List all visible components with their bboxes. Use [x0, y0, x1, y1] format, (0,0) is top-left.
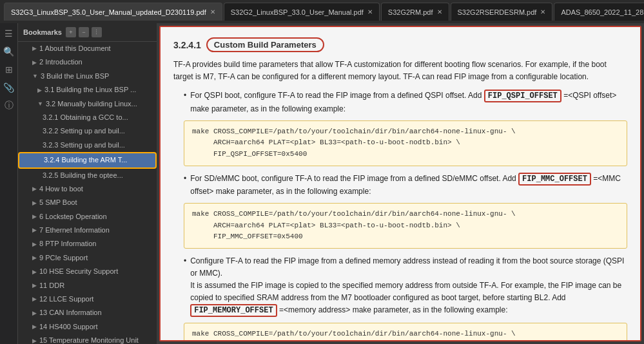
toc-item-6[interactable]: ▶ 6 Lockstep Operation	[18, 210, 157, 224]
code-line-2-2: ARCH=aarch64 PLAT=<plat> BL33=<path-to-u…	[192, 220, 619, 232]
bullet2-text: For SD/eMMC boot, configure TF-A to read…	[190, 173, 627, 198]
toc-item-15[interactable]: ▶ 15 Temperature Monitoring Unit	[18, 334, 157, 344]
toc-list: ▶ 1 About this Document ▶ 2 Introduction…	[18, 42, 157, 344]
code-line-1-3: FIP_QSPI_OFFSET=0x5400	[192, 149, 619, 160]
collapse-icon[interactable]: −	[79, 27, 89, 37]
code-block-3: make CROSS_COMPILE=/path/to/your/toolcha…	[184, 323, 627, 341]
bullet-3: • Configure TF-A to read the FIP image f…	[184, 255, 627, 341]
icon-rail: ☰ 🔍 ⊞ 📎 ⓘ	[0, 23, 18, 344]
toc-item-1[interactable]: ▶ 1 About this Document	[18, 42, 157, 55]
toc-item-8[interactable]: ▶ 8 PTP Information	[18, 237, 157, 251]
close-icon-4[interactable]: ✕	[540, 8, 545, 15]
toc-item-3-2-5[interactable]: 3.2.5 Building the optee...	[18, 169, 157, 182]
intro-paragraph: TF-A provides build time parameters that…	[173, 59, 627, 83]
code-line-2-1: make CROSS_COMPILE=/path/to/your/toolcha…	[192, 209, 619, 220]
sidebar-header: Bookmarks + − ⋮	[18, 23, 157, 42]
toc-item-10[interactable]: ▶ 10 HSE Security Support	[18, 265, 157, 278]
section-number: 3.2.4.1	[173, 40, 201, 50]
bullet-item-3: • Configure TF-A to read the FIP image f…	[184, 255, 627, 318]
attachment-icon[interactable]: 📎	[3, 81, 15, 94]
toc-item-3-2[interactable]: ▼ 3.2 Manually building Linux...	[18, 97, 157, 111]
bullet-1: • For QSPI boot, configure TF-A to read …	[184, 90, 627, 166]
toc-item-3-2-4-active[interactable]: 3.2.4 Building the ARM T...	[18, 152, 157, 168]
tab-2-label: S32G2_LinuxBSP_33.0_User_Manual.pdf	[231, 8, 364, 16]
toc-item-4[interactable]: ▶ 4 How to boot	[18, 182, 157, 196]
tab-label: S32G3_LinuxBSP_35.0_User_Manual_updated_…	[11, 8, 206, 16]
sidebar-toolbar: + − ⋮	[66, 27, 102, 37]
toc-item-11[interactable]: ▶ 11 DDR	[18, 279, 157, 292]
bullet-2: • For SD/eMMC boot, configure TF-A to re…	[184, 173, 627, 249]
code-line-1-1: make CROSS_COMPILE=/path/to/your/toolcha…	[192, 126, 619, 138]
toc-item-5[interactable]: ▶ 5 SMP Boot	[18, 196, 157, 209]
section-heading: 3.2.4.1 Custom Build Parameters	[173, 37, 627, 52]
options-icon[interactable]: ⋮	[92, 27, 102, 37]
close-icon-3[interactable]: ✕	[437, 8, 442, 15]
tab-5-label: ADAS_8650_2022_11_28.pdf	[561, 8, 644, 16]
search-icon[interactable]: 🔍	[3, 45, 15, 58]
bookmarks-icon[interactable]: ☰	[3, 27, 15, 40]
code-block-1: make CROSS_COMPILE=/path/to/your/toolcha…	[184, 120, 627, 166]
bullet-dot-3: •	[184, 255, 186, 318]
tab-5[interactable]: ADAS_8650_2022_11_28.pdf ✕	[554, 3, 644, 21]
intro-text: TF-A provides build time parameters that…	[173, 60, 607, 81]
code-line-3-2: ARCH=aarch64 PLAT=<plat> BL33=<path-to-u…	[192, 339, 619, 341]
bullet-dot-2: •	[184, 173, 186, 198]
tab-active[interactable]: S32G3_LinuxBSP_35.0_User_Manual_updated_…	[4, 3, 222, 21]
bookmarks-label: Bookmarks	[23, 28, 62, 36]
close-icon-2[interactable]: ✕	[367, 8, 373, 15]
toc-item-3-1[interactable]: ▶ 3.1 Building the Linux BSP ...	[18, 83, 157, 97]
tab-3-label: S32G2RM.pdf	[388, 8, 433, 16]
fip-mmc-offset-highlight: FIP_MMC_OFFSET	[518, 173, 591, 186]
section-title: Custom Build Parameters	[206, 37, 324, 52]
code-line-1-2: ARCH=aarch64 PLAT=<plat> BL33=<path-to-u…	[192, 137, 619, 149]
tab-bar: S32G3_LinuxBSP_35.0_User_Manual_updated_…	[0, 0, 644, 23]
bullet-item-1: • For QSPI boot, configure TF-A to read …	[184, 90, 627, 115]
sidebar: Bookmarks + − ⋮ ▶ 1 About this Document …	[18, 23, 157, 344]
toc-item-2[interactable]: ▶ 2 Introduction	[18, 55, 157, 69]
code-line-3-1: make CROSS_COMPILE=/path/to/your/toolcha…	[192, 329, 619, 340]
toc-item-3-2-3[interactable]: 3.2.3 Setting up and buil...	[18, 139, 157, 152]
fip-qspi-offset-highlight: FIP_QSPI_OFFSET	[484, 90, 561, 102]
main-layout: ☰ 🔍 ⊞ 📎 ⓘ Bookmarks + − ⋮ ▶ 1 About this…	[0, 23, 644, 344]
bullet3-text: Configure TF-A to read the FIP image fro…	[190, 255, 627, 318]
bullet-dot-1: •	[184, 90, 186, 115]
tab-4[interactable]: S32G2RSERDESRM.pdf ✕	[451, 3, 553, 21]
toc-item-3-2-2[interactable]: 3.2.2 Setting up and buil...	[18, 124, 157, 138]
bullet1-text: For QSPI boot, configure TF-A to read th…	[190, 90, 627, 115]
bullet-item-2: • For SD/eMMC boot, configure TF-A to re…	[184, 173, 627, 198]
toc-item-7[interactable]: ▶ 7 Ethernet Information	[18, 224, 157, 237]
code-block-2: make CROSS_COMPILE=/path/to/your/toolcha…	[184, 203, 627, 249]
toc-item-14[interactable]: ▶ 14 HS400 Support	[18, 320, 157, 334]
info-icon[interactable]: ⓘ	[3, 99, 15, 112]
toc-item-3-2-1[interactable]: 3.2.1 Obtaining a GCC to...	[18, 111, 157, 124]
tab-3[interactable]: S32G2RM.pdf ✕	[381, 3, 449, 21]
tab-4-label: S32G2RSERDESRM.pdf	[458, 8, 537, 16]
content-area: 3.2.4.1 Custom Build Parameters TF-A pro…	[159, 26, 641, 341]
fip-memory-offset-highlight: FIP_MEMORY_OFFSET	[190, 304, 277, 317]
close-icon[interactable]: ✕	[210, 8, 215, 15]
tab-2[interactable]: S32G2_LinuxBSP_33.0_User_Manual.pdf ✕	[224, 3, 380, 21]
toc-item-13[interactable]: ▶ 13 CAN Information	[18, 306, 157, 320]
expand-icon[interactable]: +	[66, 27, 76, 37]
toc-item-9[interactable]: ▶ 9 PCIe Support	[18, 251, 157, 265]
code-line-2-3: FIP_MMC_OFFSET=0x5400	[192, 231, 619, 243]
toc-item-3[interactable]: ▼ 3 Build the Linux BSP	[18, 70, 157, 83]
layers-icon[interactable]: ⊞	[3, 63, 15, 76]
toc-item-12[interactable]: ▶ 12 LLCE Support	[18, 292, 157, 306]
